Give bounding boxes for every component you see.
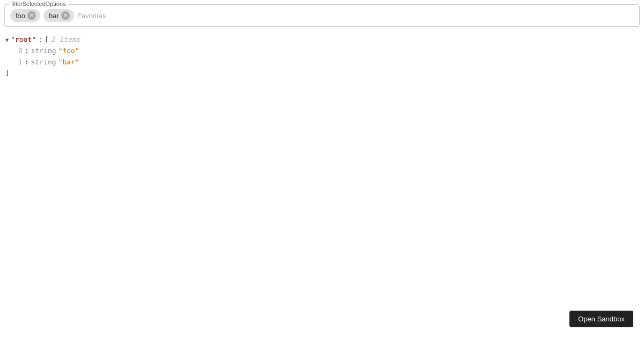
tag-foo-label: foo [16, 12, 25, 20]
json-closing-bracket: ] [5, 68, 639, 79]
json-type-0: string [31, 46, 56, 57]
json-colon-1: : [25, 57, 29, 68]
json-value-1: "bar" [58, 57, 79, 68]
json-colon-root: : [38, 34, 42, 46]
filter-selected-options: filterSelectedOptions foo ✕ bar ✕ Favori… [4, 4, 640, 27]
favorites-placeholder[interactable]: Favorites [77, 12, 106, 20]
json-index-0: 0 [18, 46, 23, 57]
json-bracket-close: ] [5, 68, 10, 79]
tag-bar-label: bar [49, 12, 59, 20]
tag-bar: bar ✕ [43, 9, 74, 22]
json-item-0: 0 : string "foo" [5, 46, 639, 57]
tag-foo: foo ✕ [10, 9, 40, 22]
json-value-0: "foo" [58, 46, 79, 57]
tag-bar-close[interactable]: ✕ [61, 11, 70, 20]
filter-legend: filterSelectedOptions [9, 1, 68, 7]
json-type-1: string [31, 57, 56, 68]
json-root-line: ▼ "root" : [ 2 items [5, 34, 639, 46]
json-meta-label: 2 items [51, 34, 80, 46]
json-item-1: 1 : string "bar" [5, 57, 639, 68]
collapse-arrow[interactable]: ▼ [5, 36, 9, 45]
json-index-1: 1 [18, 57, 23, 68]
json-viewer: ▼ "root" : [ 2 items 0 : string "foo" 1 … [0, 31, 644, 82]
tag-foo-close[interactable]: ✕ [27, 11, 36, 20]
json-colon-0: : [25, 46, 29, 57]
filter-tags-row: foo ✕ bar ✕ Favorites [10, 9, 634, 22]
open-sandbox-button[interactable]: Open Sandbox [569, 311, 633, 327]
json-bracket-open: [ [45, 34, 49, 46]
json-root-key: "root" [11, 34, 36, 46]
